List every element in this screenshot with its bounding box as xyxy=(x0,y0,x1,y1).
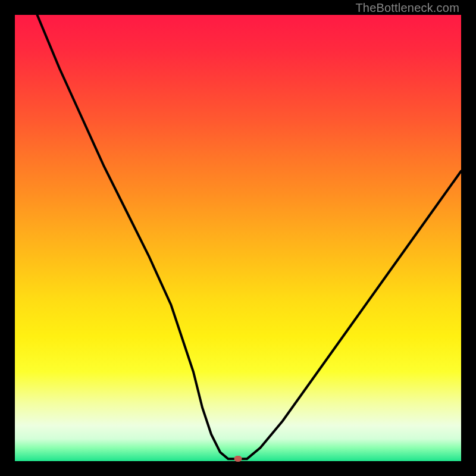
curve-layer xyxy=(15,15,461,461)
bottleneck-curve xyxy=(37,15,462,459)
chart-frame: TheBottleneck.com xyxy=(0,0,476,476)
watermark-text: TheBottleneck.com xyxy=(355,1,459,15)
optimum-marker xyxy=(234,456,242,462)
